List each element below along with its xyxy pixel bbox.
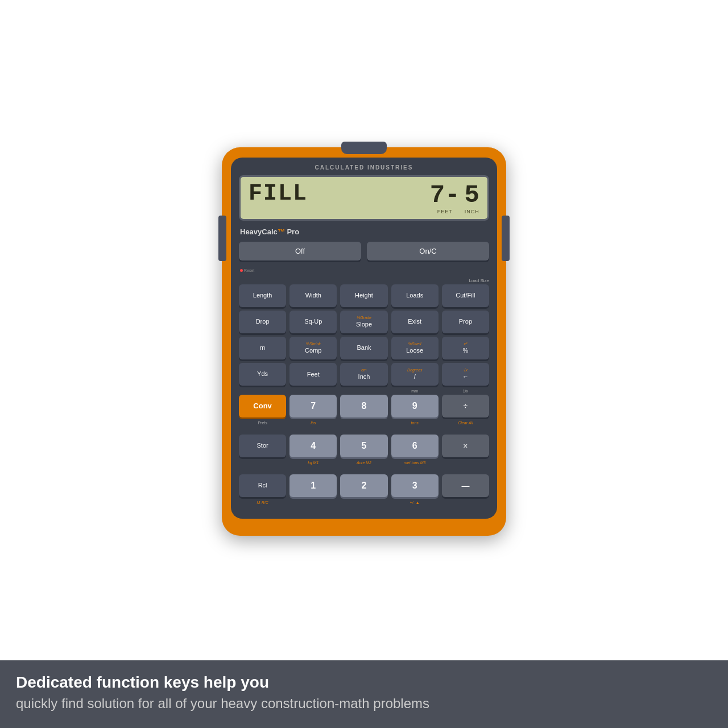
row6-sublabels: kg M1 Acre M2 met tons M3	[239, 461, 489, 466]
product-name-text: HeavyCalc	[240, 228, 278, 236]
key-loads[interactable]: Loads	[391, 284, 439, 307]
load-size-label: Load Size	[239, 278, 489, 283]
key-5[interactable]: 5	[340, 435, 387, 457]
display-unit2: INCH	[465, 209, 479, 214]
lcd-display: FILL 7- FEET 5 INCH	[239, 175, 489, 221]
key-minus[interactable]: —	[442, 474, 489, 497]
row7-sublabels: M-R/C +/- ▲	[239, 500, 489, 506]
on-c-button[interactable]: On/C	[367, 242, 489, 260]
key-exist[interactable]: Exist	[391, 311, 439, 333]
key-8[interactable]: 8	[340, 395, 387, 417]
comp-top-label: %Shrink	[306, 342, 321, 346]
product-name: HeavyCalc™ Pro	[239, 228, 489, 236]
key-9[interactable]: 9	[391, 395, 439, 417]
backspace-top: √x	[464, 368, 468, 373]
key-2[interactable]: 2	[340, 474, 387, 497]
key-3[interactable]: 3	[391, 474, 439, 497]
key-feet[interactable]: Feet	[289, 363, 337, 386]
row4-sublabels: mm 1/x	[239, 389, 489, 395]
key-height[interactable]: Height	[340, 284, 387, 307]
key-1[interactable]: 1	[289, 474, 337, 497]
key-slope[interactable]: %Grade Slope	[340, 311, 387, 333]
side-grip-right	[502, 216, 510, 261]
key-7[interactable]: 7	[289, 395, 337, 417]
scene: CALCULATED INDUSTRIES FILL 7- FEET 5 INC…	[0, 0, 728, 728]
banner-subtitle: quickly find solution for all of your he…	[16, 694, 712, 712]
key-row-7: Rcl 1 2 3 —	[239, 474, 489, 497]
key-inch[interactable]: cm Inch	[340, 363, 387, 386]
row6-wrapper: Stor 4 5 6 × kg M1 Acre M2 met tons M3	[239, 435, 489, 466]
key-length[interactable]: Length	[239, 284, 286, 307]
row7-wrapper: Rcl 1 2 3 — M-R/C +/- ▲	[239, 474, 489, 506]
key-4[interactable]: 4	[289, 435, 337, 457]
bottom-banner: Dedicated function keys help you quickly…	[0, 660, 728, 728]
key-stor[interactable]: Stor	[239, 435, 286, 457]
display-value1: 7-	[430, 183, 460, 208]
top-grip	[341, 142, 387, 154]
power-row: Off On/C	[239, 242, 489, 260]
side-grip-left	[218, 216, 226, 261]
brand-label: CALCULATED INDUSTRIES	[239, 164, 489, 171]
key-multiply[interactable]: ×	[442, 435, 489, 457]
reset-row: Reset	[239, 268, 489, 275]
off-button[interactable]: Off	[239, 242, 361, 260]
reset-label: Reset	[244, 268, 254, 272]
key-yds[interactable]: Yds	[239, 363, 286, 386]
key-row-2: Drop Sq-Up %Grade Slope Exist Prop	[239, 311, 489, 333]
key-m[interactable]: m	[239, 337, 286, 359]
key-divide-slash[interactable]: Degrees /	[391, 363, 439, 386]
slope-top-label: %Grade	[357, 316, 371, 320]
banner-title: Dedicated function keys help you	[16, 673, 712, 692]
inch-top-label: cm	[361, 368, 366, 373]
key-prop[interactable]: Prop	[442, 311, 489, 333]
key-row-4: Yds Feet cm Inch Degrees / √x ←	[239, 363, 489, 386]
row5-wrapper: Conv 7 8 9 ÷ Prefs lbs tons Clear All	[239, 395, 489, 427]
calculator-body: CALCULATED INDUSTRIES FILL 7- FEET 5 INC…	[222, 147, 506, 536]
key-row-5: Conv 7 8 9 ÷	[239, 395, 489, 417]
display-value1-group: 7- FEET	[430, 183, 460, 214]
key-6[interactable]: 6	[391, 435, 439, 457]
divide-slash-top: Degrees	[407, 368, 422, 373]
display-label: FILL	[249, 183, 308, 205]
key-comp[interactable]: %Shrink Comp	[289, 337, 337, 359]
key-row-6: Stor 4 5 6 ×	[239, 435, 489, 457]
product-model: Pro	[287, 228, 299, 236]
display-value2: 5	[465, 183, 479, 208]
calculator-inner: CALCULATED INDUSTRIES FILL 7- FEET 5 INC…	[231, 158, 497, 519]
key-divide[interactable]: ÷	[442, 395, 489, 417]
key-cut-fill[interactable]: Cut/Fill	[442, 284, 489, 307]
key-bank[interactable]: Bank	[340, 337, 387, 359]
display-value2-group: 5 INCH	[465, 183, 479, 214]
key-drop[interactable]: Drop	[239, 311, 286, 333]
loose-top-label: %Swell	[408, 342, 421, 346]
row5-sublabels: Prefs lbs tons Clear All	[239, 421, 489, 427]
key-backspace[interactable]: √x ←	[442, 363, 489, 386]
key-conv[interactable]: Conv	[239, 395, 286, 417]
key-width[interactable]: Width	[289, 284, 337, 307]
display-unit1: FEET	[437, 209, 453, 214]
key-sq-up[interactable]: Sq-Up	[289, 311, 337, 333]
key-row-3: m %Shrink Comp Bank %Swell Loose x² %	[239, 337, 489, 359]
key-rcl[interactable]: Rcl	[239, 474, 286, 497]
key-row-1: Length Width Height Loads Cut/Fill	[239, 284, 489, 307]
key-loose[interactable]: %Swell Loose	[391, 337, 439, 359]
key-percent[interactable]: x² %	[442, 337, 489, 359]
reset-dot	[240, 269, 243, 272]
percent-top-label: x²	[464, 342, 467, 346]
